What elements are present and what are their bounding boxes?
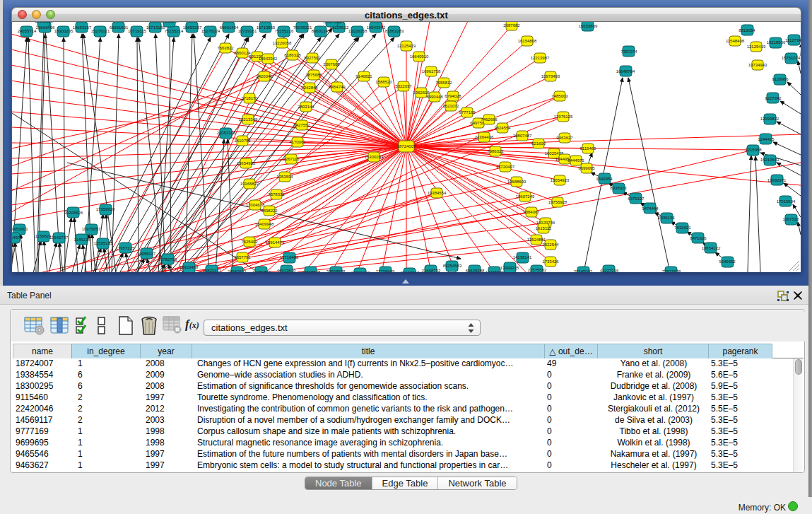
svg-text:86601245: 86601245 — [312, 29, 331, 33]
svg-text:10975857: 10975857 — [82, 227, 101, 231]
svg-text:1167533: 1167533 — [783, 217, 800, 221]
svg-text:7357274: 7357274 — [620, 49, 637, 54]
svg-text:81863283: 81863283 — [385, 29, 404, 33]
svg-text:39958838: 39958838 — [326, 269, 346, 272]
svg-text:9084067: 9084067 — [523, 210, 540, 214]
svg-text:8427552: 8427552 — [293, 123, 310, 127]
svg-text:10973493: 10973493 — [541, 74, 560, 78]
svg-text:75155214: 75155214 — [165, 29, 184, 33]
svg-text:16033809: 16033809 — [579, 24, 598, 28]
svg-text:10688609: 10688609 — [507, 180, 526, 184]
svg-text:7485003: 7485003 — [551, 94, 568, 98]
svg-text:5322037: 5322037 — [395, 84, 412, 88]
svg-text:9474444: 9474444 — [642, 206, 659, 211]
svg-text:16961758: 16961758 — [422, 69, 441, 74]
svg-text:1640954: 1640954 — [596, 177, 613, 181]
svg-text:2718170: 2718170 — [241, 96, 258, 100]
svg-text:8990448: 8990448 — [426, 95, 443, 99]
svg-text:12942737: 12942737 — [49, 235, 69, 240]
svg-text:9699695: 9699695 — [578, 166, 595, 170]
svg-text:7955812: 7955812 — [435, 81, 452, 85]
svg-text:1733426: 1733426 — [542, 259, 559, 264]
svg-text:39345092: 39345092 — [574, 269, 593, 272]
svg-text:23756669: 23756669 — [376, 269, 395, 272]
svg-text:66629388: 66629388 — [466, 269, 485, 272]
svg-text:2935134: 2935134 — [658, 216, 675, 220]
svg-text:3267110: 3267110 — [283, 157, 300, 161]
svg-text:69661404: 69661404 — [220, 25, 239, 30]
svg-text:2420046: 2420046 — [256, 74, 273, 78]
svg-text:18607249: 18607249 — [516, 194, 535, 199]
svg-text:16887341: 16887341 — [323, 22, 342, 24]
svg-text:1244415: 1244415 — [758, 137, 775, 141]
svg-text:16210643: 16210643 — [760, 158, 779, 162]
svg-text:10958117: 10958117 — [137, 252, 156, 256]
svg-text:16713155: 16713155 — [146, 25, 165, 30]
svg-text:9463627: 9463627 — [556, 136, 573, 140]
svg-text:24942603: 24942603 — [228, 269, 247, 272]
svg-text:3215958: 3215958 — [745, 148, 762, 152]
svg-text:10653267: 10653267 — [183, 25, 202, 30]
svg-text:12505135: 12505135 — [94, 241, 113, 245]
svg-text:7462666: 7462666 — [481, 117, 498, 122]
svg-text:14136141: 14136141 — [513, 255, 532, 259]
svg-text:24055714: 24055714 — [18, 29, 37, 33]
svg-text:2803144: 2803144 — [298, 105, 314, 109]
svg-text:42868828: 42868828 — [302, 270, 321, 272]
svg-text:16914479: 16914479 — [266, 240, 285, 245]
svg-text:1621072: 1621072 — [442, 104, 459, 108]
svg-text:75155216: 75155216 — [275, 29, 294, 33]
svg-text:9657791: 9657791 — [234, 255, 251, 259]
svg-text:8813054: 8813054 — [739, 28, 755, 33]
svg-text:12213987: 12213987 — [531, 56, 550, 60]
svg-text:10653267: 10653267 — [73, 25, 92, 30]
svg-text:15276021: 15276021 — [91, 29, 110, 33]
svg-text:7986322: 7986322 — [487, 149, 504, 153]
svg-text:17016504: 17016504 — [777, 199, 796, 204]
svg-text:15716485: 15716485 — [280, 255, 299, 259]
svg-text:13356886: 13356886 — [252, 270, 271, 272]
svg-text:12093822: 12093822 — [760, 117, 779, 121]
svg-text:1353594: 1353594 — [276, 175, 293, 179]
svg-text:25300293: 25300293 — [365, 155, 384, 159]
svg-text:17004678: 17004678 — [246, 203, 265, 207]
svg-text:16713855: 16713855 — [257, 25, 276, 30]
svg-text:13654923: 13654923 — [551, 178, 570, 182]
svg-text:9245652: 9245652 — [719, 259, 736, 264]
svg-text:2087682: 2087682 — [503, 23, 520, 28]
svg-text:15720407: 15720407 — [496, 165, 515, 169]
svg-text:8444975: 8444975 — [567, 158, 584, 163]
svg-text:13226058: 13226058 — [348, 29, 367, 33]
svg-text:28728463: 28728463 — [351, 271, 370, 272]
svg-text:11127343: 11127343 — [785, 38, 801, 42]
svg-text:2367608: 2367608 — [323, 62, 340, 66]
svg-text:16543342: 16543342 — [259, 57, 278, 61]
svg-text:12975125: 12975125 — [554, 115, 573, 119]
svg-text:19756928: 19756928 — [548, 200, 567, 204]
svg-text:9146821: 9146821 — [355, 74, 372, 78]
svg-text:1145134: 1145134 — [74, 238, 91, 242]
svg-text:7632621: 7632621 — [674, 226, 691, 230]
svg-text:20053346: 20053346 — [217, 131, 236, 135]
svg-text:9914571: 9914571 — [12, 235, 23, 240]
svg-text:1615112: 1615112 — [536, 226, 553, 230]
svg-text:76638221: 76638221 — [293, 25, 312, 30]
svg-text:13524851: 13524851 — [527, 238, 546, 242]
svg-text:7625402: 7625402 — [241, 240, 258, 244]
svg-text:3578332: 3578332 — [268, 192, 285, 197]
svg-text:1610755: 1610755 — [234, 139, 251, 143]
svg-text:20206526: 20206526 — [64, 211, 83, 215]
svg-text:3624554: 3624554 — [494, 126, 511, 130]
svg-text:15276024: 15276024 — [201, 29, 220, 33]
svg-text:19654922: 19654922 — [237, 161, 256, 165]
svg-text:13999315: 13999315 — [500, 266, 519, 270]
svg-text:12923468: 12923468 — [180, 265, 199, 269]
svg-text:77827638: 77827638 — [662, 269, 681, 272]
svg-text:95822412: 95822412 — [203, 269, 222, 272]
svg-text:21668732: 21668732 — [422, 269, 441, 272]
svg-text:19166822: 19166822 — [240, 182, 259, 186]
svg-text:18724007: 18724007 — [397, 144, 416, 148]
svg-text:2522544: 2522544 — [542, 243, 559, 247]
svg-text:1588520: 1588520 — [375, 80, 392, 84]
svg-text:9129966: 9129966 — [772, 77, 789, 81]
